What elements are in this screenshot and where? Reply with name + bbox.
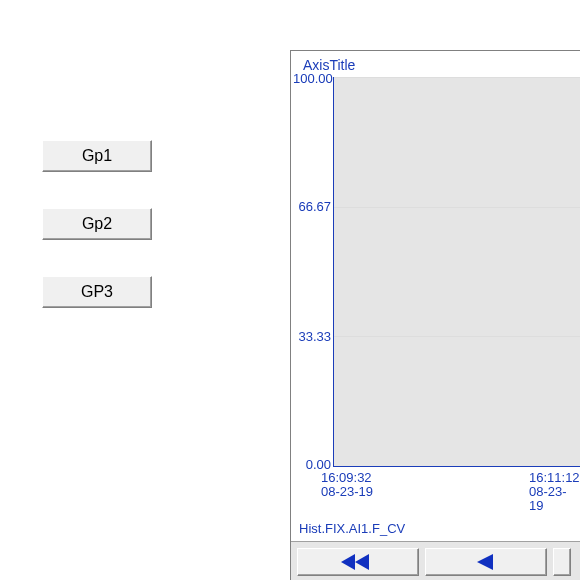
svg-marker-2 bbox=[477, 554, 493, 570]
gp2-button[interactable]: Gp2 bbox=[42, 208, 152, 240]
gridline bbox=[334, 336, 580, 337]
chart-panel: AxisTitle 100.00 66.67 33.33 0.00 16:09:… bbox=[290, 50, 580, 580]
gp1-button[interactable]: Gp1 bbox=[42, 140, 152, 172]
x-tick-label: 16:11:12 08-23-19 bbox=[529, 471, 580, 513]
double-rewind-icon bbox=[341, 554, 375, 570]
chart-plot-area[interactable] bbox=[333, 77, 580, 467]
y-tick-label: 100.00 bbox=[293, 71, 331, 86]
y-tick-label: 66.67 bbox=[293, 199, 331, 214]
gp3-button[interactable]: GP3 bbox=[42, 276, 152, 308]
y-tick-label: 33.33 bbox=[293, 329, 331, 344]
gridline bbox=[334, 77, 580, 78]
svg-marker-1 bbox=[341, 554, 355, 570]
x-tick-label: 16:09:32 08-23-19 bbox=[321, 471, 373, 499]
chart-toolbar bbox=[291, 541, 580, 580]
rewind-icon bbox=[477, 554, 495, 570]
gridline bbox=[334, 207, 580, 208]
chart-series-label: Hist.FIX.AI1.F_CV bbox=[299, 521, 405, 536]
next-button-partial[interactable] bbox=[553, 548, 571, 576]
rewind-button[interactable] bbox=[425, 548, 547, 576]
rewind-fast-button[interactable] bbox=[297, 548, 419, 576]
svg-marker-0 bbox=[355, 554, 369, 570]
